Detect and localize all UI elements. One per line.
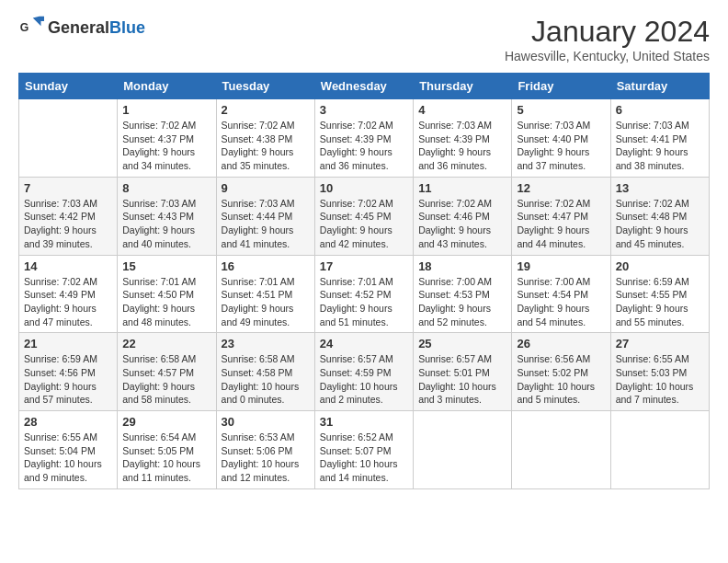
calendar-cell: 17Sunrise: 7:01 AM Sunset: 4:52 PM Dayli… <box>314 255 413 333</box>
day-info: Sunrise: 7:02 AM Sunset: 4:37 PM Dayligh… <box>122 119 210 173</box>
day-info: Sunrise: 6:58 AM Sunset: 4:58 PM Dayligh… <box>222 352 310 407</box>
page-header: G GeneralBlue January 2024 Hawesville, K… <box>18 15 710 63</box>
location-subtitle: Hawesville, Kentucky, United States <box>505 49 710 63</box>
day-info: Sunrise: 7:02 AM Sunset: 4:45 PM Dayligh… <box>320 197 408 251</box>
day-number: 19 <box>517 259 605 273</box>
svg-text:G: G <box>20 21 29 34</box>
calendar-cell: 13Sunrise: 7:02 AM Sunset: 4:48 PM Dayli… <box>610 177 709 255</box>
calendar-header-tuesday: Tuesday <box>216 74 314 99</box>
day-number: 10 <box>320 181 408 195</box>
day-number: 16 <box>222 259 310 273</box>
calendar-cell: 7Sunrise: 7:03 AM Sunset: 4:42 PM Daylig… <box>19 177 118 255</box>
day-info: Sunrise: 7:03 AM Sunset: 4:40 PM Dayligh… <box>517 119 605 173</box>
day-info: Sunrise: 6:57 AM Sunset: 5:01 PM Dayligh… <box>418 352 506 407</box>
calendar-cell: 10Sunrise: 7:02 AM Sunset: 4:45 PM Dayli… <box>314 177 413 255</box>
day-number: 18 <box>418 259 506 273</box>
calendar-cell: 27Sunrise: 6:55 AM Sunset: 5:03 PM Dayli… <box>610 333 709 411</box>
day-info: Sunrise: 7:00 AM Sunset: 4:54 PM Dayligh… <box>517 275 605 329</box>
day-info: Sunrise: 6:54 AM Sunset: 5:05 PM Dayligh… <box>122 431 210 485</box>
day-number: 11 <box>418 181 506 195</box>
calendar-cell: 1Sunrise: 7:02 AM Sunset: 4:37 PM Daylig… <box>118 99 216 178</box>
calendar-header-thursday: Thursday <box>414 74 512 99</box>
calendar-cell: 6Sunrise: 7:03 AM Sunset: 4:41 PM Daylig… <box>610 99 709 178</box>
day-number: 21 <box>24 337 112 350</box>
day-number: 1 <box>122 103 210 117</box>
day-number: 27 <box>616 337 704 350</box>
calendar-cell <box>512 411 610 489</box>
calendar-header-saturday: Saturday <box>610 74 709 99</box>
calendar-cell: 14Sunrise: 7:02 AM Sunset: 4:49 PM Dayli… <box>19 255 118 333</box>
calendar-cell: 25Sunrise: 6:57 AM Sunset: 5:01 PM Dayli… <box>414 333 512 411</box>
calendar-cell <box>414 411 512 489</box>
day-info: Sunrise: 7:02 AM Sunset: 4:47 PM Dayligh… <box>517 197 605 251</box>
day-info: Sunrise: 7:03 AM Sunset: 4:39 PM Dayligh… <box>418 119 506 173</box>
day-number: 28 <box>24 415 112 429</box>
title-block: January 2024 Hawesville, Kentucky, Unite… <box>505 15 710 63</box>
day-number: 24 <box>320 337 408 350</box>
day-info: Sunrise: 6:52 AM Sunset: 5:07 PM Dayligh… <box>320 431 408 485</box>
calendar-cell: 16Sunrise: 7:01 AM Sunset: 4:51 PM Dayli… <box>216 255 314 333</box>
day-number: 20 <box>616 259 704 273</box>
day-info: Sunrise: 6:58 AM Sunset: 4:57 PM Dayligh… <box>122 352 210 407</box>
calendar-cell <box>19 99 118 178</box>
calendar-cell: 5Sunrise: 7:03 AM Sunset: 4:40 PM Daylig… <box>512 99 610 178</box>
day-info: Sunrise: 6:55 AM Sunset: 5:04 PM Dayligh… <box>24 431 112 485</box>
day-info: Sunrise: 6:56 AM Sunset: 5:02 PM Dayligh… <box>517 352 605 407</box>
calendar-table: SundayMondayTuesdayWednesdayThursdayFrid… <box>18 73 710 489</box>
calendar-cell: 20Sunrise: 6:59 AM Sunset: 4:55 PM Dayli… <box>610 255 709 333</box>
calendar-cell: 30Sunrise: 6:53 AM Sunset: 5:06 PM Dayli… <box>216 411 314 489</box>
calendar-cell: 28Sunrise: 6:55 AM Sunset: 5:04 PM Dayli… <box>19 411 118 489</box>
calendar-cell: 15Sunrise: 7:01 AM Sunset: 4:50 PM Dayli… <box>118 255 216 333</box>
day-number: 6 <box>616 103 704 117</box>
day-info: Sunrise: 6:53 AM Sunset: 5:06 PM Dayligh… <box>222 431 310 485</box>
calendar-cell: 11Sunrise: 7:02 AM Sunset: 4:46 PM Dayli… <box>414 177 512 255</box>
svg-marker-1 <box>33 17 44 27</box>
calendar-cell: 3Sunrise: 7:02 AM Sunset: 4:39 PM Daylig… <box>314 99 413 178</box>
day-number: 13 <box>616 181 704 195</box>
calendar-header-monday: Monday <box>118 74 216 99</box>
day-info: Sunrise: 7:02 AM Sunset: 4:38 PM Dayligh… <box>222 119 310 173</box>
day-number: 17 <box>320 259 408 273</box>
calendar-cell: 8Sunrise: 7:03 AM Sunset: 4:43 PM Daylig… <box>118 177 216 255</box>
day-info: Sunrise: 7:01 AM Sunset: 4:50 PM Dayligh… <box>122 275 210 329</box>
day-number: 8 <box>122 181 210 195</box>
day-info: Sunrise: 6:59 AM Sunset: 4:56 PM Dayligh… <box>24 352 112 407</box>
day-number: 9 <box>222 181 310 195</box>
day-info: Sunrise: 7:02 AM Sunset: 4:46 PM Dayligh… <box>418 197 506 251</box>
day-info: Sunrise: 7:03 AM Sunset: 4:44 PM Dayligh… <box>222 197 310 251</box>
calendar-cell: 4Sunrise: 7:03 AM Sunset: 4:39 PM Daylig… <box>414 99 512 178</box>
day-info: Sunrise: 7:02 AM Sunset: 4:39 PM Dayligh… <box>320 119 408 173</box>
calendar-week-3: 14Sunrise: 7:02 AM Sunset: 4:49 PM Dayli… <box>19 255 710 333</box>
calendar-week-2: 7Sunrise: 7:03 AM Sunset: 4:42 PM Daylig… <box>19 177 710 255</box>
day-info: Sunrise: 7:00 AM Sunset: 4:53 PM Dayligh… <box>418 275 506 329</box>
day-number: 23 <box>222 337 310 350</box>
calendar-cell: 22Sunrise: 6:58 AM Sunset: 4:57 PM Dayli… <box>118 333 216 411</box>
day-number: 26 <box>517 337 605 350</box>
day-info: Sunrise: 7:01 AM Sunset: 4:52 PM Dayligh… <box>320 275 408 329</box>
logo: G GeneralBlue <box>18 15 145 40</box>
day-info: Sunrise: 7:01 AM Sunset: 4:51 PM Dayligh… <box>222 275 310 329</box>
calendar-cell: 2Sunrise: 7:02 AM Sunset: 4:38 PM Daylig… <box>216 99 314 178</box>
day-info: Sunrise: 7:03 AM Sunset: 4:41 PM Dayligh… <box>616 119 704 173</box>
calendar-cell: 9Sunrise: 7:03 AM Sunset: 4:44 PM Daylig… <box>216 177 314 255</box>
day-number: 14 <box>24 259 112 273</box>
day-number: 31 <box>320 415 408 429</box>
calendar-cell <box>610 411 709 489</box>
calendar-cell: 19Sunrise: 7:00 AM Sunset: 4:54 PM Dayli… <box>512 255 610 333</box>
logo-icon: G <box>18 15 44 40</box>
day-info: Sunrise: 6:57 AM Sunset: 4:59 PM Dayligh… <box>320 352 408 407</box>
day-number: 4 <box>418 103 506 117</box>
day-number: 30 <box>222 415 310 429</box>
calendar-header-friday: Friday <box>512 74 610 99</box>
day-number: 2 <box>222 103 310 117</box>
calendar-cell: 31Sunrise: 6:52 AM Sunset: 5:07 PM Dayli… <box>314 411 413 489</box>
day-info: Sunrise: 7:02 AM Sunset: 4:48 PM Dayligh… <box>616 197 704 251</box>
calendar-header-sunday: Sunday <box>19 74 118 99</box>
logo-general: General <box>48 18 109 37</box>
day-number: 29 <box>122 415 210 429</box>
calendar-week-1: 1Sunrise: 7:02 AM Sunset: 4:37 PM Daylig… <box>19 99 710 178</box>
month-year-title: January 2024 <box>505 15 710 49</box>
calendar-cell: 23Sunrise: 6:58 AM Sunset: 4:58 PM Dayli… <box>216 333 314 411</box>
day-number: 15 <box>122 259 210 273</box>
day-info: Sunrise: 7:02 AM Sunset: 4:49 PM Dayligh… <box>24 275 112 329</box>
